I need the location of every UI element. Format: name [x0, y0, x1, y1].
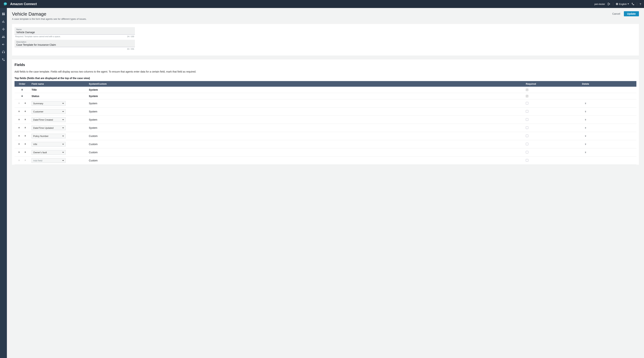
required-checkbox[interactable] [526, 102, 528, 104]
description-counter: 33 / 255 [127, 48, 134, 50]
language-label: English [619, 3, 627, 6]
move-down-button[interactable] [24, 102, 26, 105]
dropdown-value: Date/Time Created [33, 118, 53, 121]
description-input[interactable] [16, 43, 133, 46]
name-input[interactable] [16, 30, 133, 34]
dropdown-value: Customer [33, 110, 43, 113]
move-up-button[interactable] [18, 151, 20, 154]
field-name-dropdown[interactable]: Customer [32, 109, 66, 114]
field-name-dropdown[interactable]: Date/Time Created [32, 117, 66, 122]
dropdown-value: VIN [33, 143, 37, 146]
required-checkbox[interactable] [526, 151, 528, 154]
users-icon[interactable] [2, 35, 5, 38]
delete-button[interactable] [584, 135, 586, 137]
caret-down-icon [62, 119, 64, 120]
required-checkbox [526, 88, 528, 91]
caret-down-icon [62, 160, 64, 161]
required-checkbox [526, 95, 528, 98]
field-name-dropdown[interactable]: VIN [32, 142, 66, 146]
required-checkbox[interactable] [526, 118, 528, 121]
top-bar: Amazon Connect pen-tester English ? [0, 0, 644, 8]
headset-icon[interactable] [2, 50, 5, 54]
move-down-button[interactable] [24, 143, 26, 146]
move-up-button[interactable] [18, 110, 20, 113]
separator [613, 2, 613, 6]
delete-button[interactable] [584, 126, 586, 129]
logout-icon[interactable] [608, 2, 610, 6]
description-field[interactable]: Description [14, 40, 135, 47]
table-row: TitleSystem [14, 87, 636, 93]
move-down-button[interactable] [24, 151, 26, 154]
field-name-label: Status [32, 95, 39, 98]
campaigns-icon[interactable] [2, 43, 5, 46]
field-type-label: Custom [89, 151, 98, 154]
brand: Amazon Connect [3, 2, 594, 6]
brand-name: Amazon Connect [10, 2, 37, 6]
side-nav [0, 8, 7, 358]
dashboard-icon[interactable] [2, 12, 5, 16]
caret-down-icon [628, 3, 629, 5]
move-up-button[interactable] [18, 143, 20, 146]
cancel-button[interactable]: Cancel [612, 12, 620, 15]
move-up-button [18, 102, 20, 105]
name-label: Name [16, 28, 133, 30]
col-system-custom: System/Custom [87, 81, 524, 87]
fields-title: Fields [14, 63, 636, 67]
dropdown-value: Add field [33, 159, 42, 162]
required-checkbox[interactable] [526, 143, 528, 145]
move-down-button [24, 159, 26, 162]
field-name-dropdown[interactable]: Add field [32, 158, 66, 163]
required-checkbox[interactable] [526, 110, 528, 112]
table-row: Date/Time CreatedSystem [14, 116, 636, 124]
move-up-button [18, 159, 20, 162]
language-selector[interactable]: English [616, 3, 629, 6]
field-type-label: Custom [89, 159, 98, 162]
field-type-label: System [89, 110, 97, 113]
move-down-button[interactable] [24, 118, 26, 121]
move-up-button[interactable] [18, 126, 20, 129]
field-name-dropdown[interactable]: Date/Time Updated [32, 126, 66, 130]
table-row: Add fieldCustom [14, 156, 636, 165]
table-row: VINCustom [14, 140, 636, 148]
analytics-icon[interactable] [2, 20, 5, 23]
top-fields-title: Top fields (fields that are displayed at… [14, 77, 636, 80]
move-up-button[interactable] [18, 134, 20, 138]
caret-down-icon [62, 103, 64, 104]
field-name-dropdown[interactable]: Summary [32, 101, 66, 106]
field-name-dropdown[interactable]: Policy Number [32, 134, 66, 138]
name-field[interactable]: Name [14, 27, 135, 35]
field-type-label: System [89, 126, 97, 129]
field-name-label: Title [32, 88, 37, 91]
required-checkbox[interactable] [526, 159, 528, 162]
field-type-label: System [89, 118, 97, 121]
move-down-button[interactable] [24, 126, 26, 129]
fields-panel: Fields Add fields to the case template. … [12, 60, 639, 165]
delete-button[interactable] [584, 102, 586, 105]
description-label: Description [16, 41, 133, 43]
field-name-dropdown[interactable]: Owner's fault [32, 150, 66, 155]
delete-button[interactable] [584, 118, 586, 121]
required-checkbox[interactable] [526, 134, 528, 137]
main-content: Vehicle Damage A case template is the fo… [7, 8, 644, 358]
dropdown-value: Owner's fault [33, 151, 47, 154]
update-button[interactable]: Update [624, 11, 639, 16]
move-down-button[interactable] [24, 110, 26, 113]
phone-icon[interactable] [632, 2, 634, 6]
caret-down-icon [62, 152, 64, 153]
caret-down-icon [62, 128, 64, 128]
delete-button[interactable] [584, 143, 586, 146]
routing-icon[interactable] [2, 28, 5, 31]
move-down-button[interactable] [24, 134, 26, 138]
move-up-button[interactable] [18, 118, 20, 121]
lock-icon [21, 95, 23, 97]
help-icon[interactable]: ? [640, 2, 641, 6]
required-checkbox[interactable] [526, 126, 528, 129]
inbound-call-icon[interactable] [2, 58, 5, 61]
dropdown-value: Summary [33, 102, 43, 105]
delete-button[interactable] [584, 110, 586, 113]
fields-description: Add fields to the case template. Fields … [14, 70, 636, 73]
field-type-label: System [89, 88, 98, 91]
delete-button[interactable] [584, 151, 586, 154]
name-counter: 14 / 100 [127, 35, 134, 38]
lock-icon [21, 88, 23, 91]
